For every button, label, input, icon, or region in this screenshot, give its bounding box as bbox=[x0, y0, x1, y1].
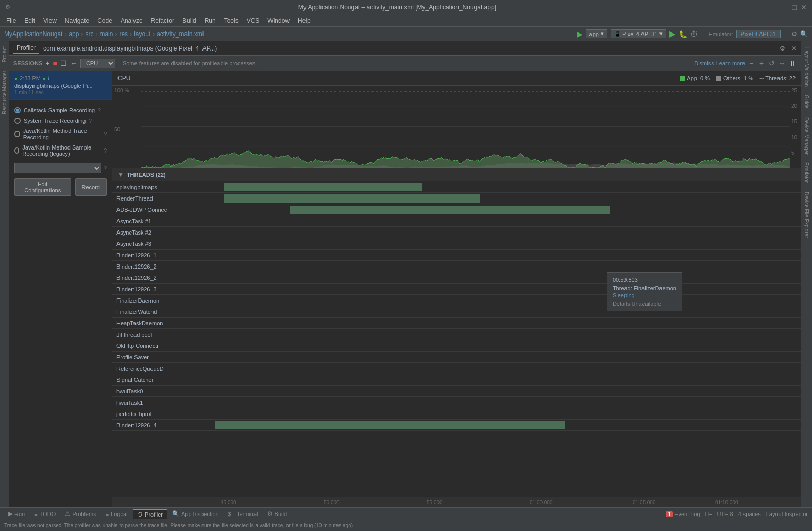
thread-row[interactable]: Binder:12926_1 bbox=[112, 250, 801, 261]
status-tab-profiler[interactable]: ⏱ Profiler bbox=[133, 509, 167, 519]
breadcrumb-layout[interactable]: layout bbox=[134, 30, 150, 38]
thread-row[interactable]: Signal Catcher bbox=[112, 374, 801, 386]
edit-configurations-button[interactable]: Edit Configurations bbox=[14, 178, 71, 196]
thread-row[interactable]: ReferenceQueueD bbox=[112, 363, 801, 374]
breadcrumb-app[interactable]: app bbox=[69, 30, 79, 38]
menu-window[interactable]: Window bbox=[263, 16, 294, 25]
menu-navigate[interactable]: Navigate bbox=[61, 16, 93, 25]
lf-label[interactable]: LF bbox=[705, 511, 712, 517]
profiler-close-icon[interactable]: ✕ bbox=[791, 45, 797, 52]
thread-row[interactable]: Binder:12926_2 bbox=[112, 261, 801, 272]
thread-row[interactable]: hwuiTask1 bbox=[112, 397, 801, 408]
thread-row[interactable]: HeapTaskDaemon bbox=[112, 318, 801, 329]
thread-row[interactable]: Binder:12926_3 bbox=[112, 284, 801, 295]
status-tab-terminal[interactable]: $_ Terminal bbox=[224, 509, 262, 519]
thread-row[interactable]: perfetto_hprof_ bbox=[112, 408, 801, 420]
thread-row[interactable]: AsyncTask #3 bbox=[112, 238, 801, 250]
layout-inspector-link[interactable]: Layout Inspector bbox=[766, 511, 808, 517]
record-button[interactable]: Record bbox=[75, 178, 107, 196]
back-icon[interactable]: ← bbox=[70, 59, 77, 68]
radio-java-method[interactable]: Java/Kotlin Method Trace Recording ? bbox=[14, 126, 107, 142]
thread-row[interactable]: Profile Saver bbox=[112, 352, 801, 363]
java-sample-help-icon[interactable]: ? bbox=[104, 148, 107, 154]
right-tab-layout-validation[interactable]: Layout Validation bbox=[803, 43, 810, 91]
thread-row[interactable]: RenderThread bbox=[112, 193, 801, 204]
menu-file[interactable]: File bbox=[2, 16, 20, 25]
recording-dropdown[interactable] bbox=[14, 163, 102, 173]
thread-row[interactable]: Binder:12926_4 bbox=[112, 420, 801, 431]
event-log-link[interactable]: 1 Event Log bbox=[666, 511, 700, 517]
breadcrumb-file[interactable]: activity_main.xml bbox=[157, 30, 204, 38]
dismiss-button[interactable]: Dismiss bbox=[694, 60, 714, 67]
menu-build[interactable]: Build bbox=[178, 16, 200, 25]
status-tab-build[interactable]: ⚙ Build bbox=[263, 509, 291, 519]
cpu-selector[interactable]: CPU bbox=[80, 59, 115, 68]
minimize-button[interactable]: – bbox=[784, 3, 788, 11]
thread-row[interactable]: FinalizerWatchd bbox=[112, 306, 801, 318]
thread-row[interactable]: AsyncTask #1 bbox=[112, 215, 801, 227]
profiler-tab[interactable]: Profiler bbox=[13, 43, 39, 54]
search-icon[interactable]: 🔍 bbox=[800, 30, 808, 38]
delete-session-icon[interactable]: ☐ bbox=[60, 59, 67, 68]
zoom-in-icon[interactable]: + bbox=[757, 59, 766, 68]
radio-system-trace[interactable]: System Trace Recording ? bbox=[14, 115, 107, 126]
sidebar-resource-manager[interactable]: Resource Manager bbox=[1, 68, 8, 118]
right-tab-device-file-explorer[interactable]: Device File Explorer bbox=[803, 188, 810, 242]
menu-code[interactable]: Code bbox=[93, 16, 116, 25]
threads-header[interactable]: ▼ THREADS (22) bbox=[112, 168, 801, 181]
thread-row[interactable]: Binder:12926_2 bbox=[112, 272, 801, 284]
radio-java-sample[interactable]: Java/Kotlin Method Sample Recording (leg… bbox=[14, 142, 107, 159]
pause-button[interactable]: ⏸ bbox=[788, 59, 797, 68]
thread-row[interactable]: Jit thread pool bbox=[112, 329, 801, 340]
status-tab-problems[interactable]: ⚠ Problems bbox=[61, 509, 100, 519]
profile-button[interactable]: ⏱ bbox=[690, 30, 698, 38]
thread-row[interactable]: OkHttp Connecti bbox=[112, 340, 801, 352]
menu-vcs[interactable]: VCS bbox=[243, 16, 264, 25]
status-tab-app-inspection[interactable]: 🔍 App Inspection bbox=[168, 509, 223, 519]
app-selector[interactable]: app ▾ bbox=[586, 29, 607, 38]
fit-icon[interactable]: ↔ bbox=[778, 59, 786, 68]
stop-session-icon[interactable]: ■ bbox=[53, 59, 57, 68]
callstack-help-icon[interactable]: ? bbox=[98, 108, 101, 113]
status-tab-run[interactable]: ▶ Run bbox=[4, 509, 29, 519]
sidebar-project[interactable]: Project bbox=[1, 43, 8, 65]
thread-row[interactable]: AsyncTask #2 bbox=[112, 227, 801, 238]
thread-row[interactable]: hwuiTask0 bbox=[112, 386, 801, 397]
right-tab-emulator[interactable]: Emulator bbox=[803, 158, 810, 187]
radio-callstack[interactable]: Callstack Sample Recording ? bbox=[14, 105, 107, 115]
menu-analyze[interactable]: Analyze bbox=[116, 16, 147, 25]
spaces-label[interactable]: 4 spaces bbox=[738, 511, 761, 517]
dropdown-help-icon[interactable]: ? bbox=[104, 165, 107, 171]
reset-zoom-icon[interactable]: ↺ bbox=[768, 59, 776, 68]
breadcrumb-src[interactable]: src bbox=[85, 30, 93, 38]
device-selector[interactable]: 📱 Pixel 4 API 31 ▾ bbox=[611, 29, 667, 38]
session-info-icon[interactable]: ℹ bbox=[48, 76, 50, 81]
breadcrumb-root[interactable]: MyApplicationNougat bbox=[4, 30, 62, 38]
profiler-settings-icon[interactable]: ⚙ bbox=[780, 45, 785, 52]
status-tab-logcat[interactable]: ≡ Logcat bbox=[102, 509, 132, 519]
status-tab-todo[interactable]: ≡ TODO bbox=[30, 509, 60, 519]
learn-more-link[interactable]: Learn more bbox=[716, 60, 745, 67]
java-method-help-icon[interactable]: ? bbox=[104, 131, 107, 137]
right-tab-guide[interactable]: Guide bbox=[803, 91, 810, 113]
add-session-icon[interactable]: + bbox=[45, 59, 49, 68]
breadcrumb-res[interactable]: res bbox=[119, 30, 128, 38]
session-item[interactable]: ● 2:33 PM ● ℹ displayingbitmaps (Google … bbox=[9, 71, 112, 100]
debug-button[interactable]: 🐛 bbox=[679, 30, 687, 38]
maximize-button[interactable]: □ bbox=[792, 3, 797, 11]
menu-view[interactable]: View bbox=[39, 16, 61, 25]
breadcrumb-main[interactable]: main bbox=[99, 30, 113, 38]
menu-refactor[interactable]: Refactor bbox=[147, 16, 178, 25]
close-button[interactable]: ✕ bbox=[801, 3, 807, 11]
system-trace-help-icon[interactable]: ? bbox=[89, 118, 92, 124]
menu-run[interactable]: Run bbox=[200, 16, 220, 25]
right-tab-device-manager[interactable]: Device Manager bbox=[803, 113, 810, 159]
menu-tools[interactable]: Tools bbox=[220, 16, 243, 25]
thread-row[interactable]: FinalizerDaemon bbox=[112, 295, 801, 306]
zoom-out-icon[interactable]: − bbox=[747, 59, 755, 68]
thread-row[interactable]: ADB-JDWP Connec bbox=[112, 204, 801, 215]
menu-help[interactable]: Help bbox=[294, 16, 315, 25]
run-icon[interactable]: ▶ bbox=[577, 30, 583, 38]
utf-label[interactable]: UTF-8 bbox=[717, 511, 733, 517]
thread-row[interactable]: splayingbitmaps bbox=[112, 181, 801, 193]
